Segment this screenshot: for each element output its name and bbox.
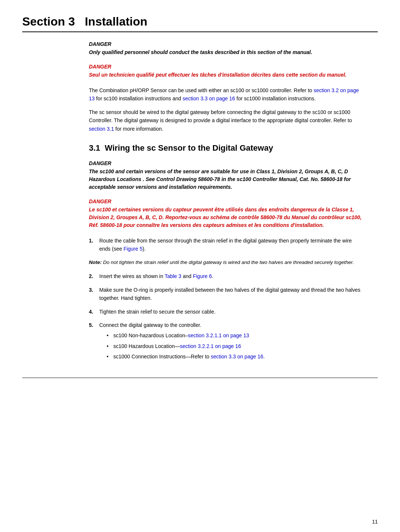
link-section-3-1[interactable]: section 3.1 (89, 126, 114, 132)
page-header: Section 3 Installation (22, 15, 378, 32)
subsection-31-heading: 3.1 Wiring the sc Sensor to the Digital … (89, 143, 363, 153)
danger-text-1: Only qualified personnel should conduct … (89, 48, 363, 56)
bullet-dot-2: • (107, 342, 113, 350)
intro-paragraph-2: The sc sensor should be wired to the dig… (89, 108, 363, 133)
note-label: Note: (89, 260, 102, 265)
step-2-num: 2. (89, 272, 99, 280)
wiring-danger-text-1: The sc100 and certain versions of the se… (89, 168, 363, 191)
bullet-text-1: sc100 Non-hazardous Location–section 3.2… (113, 331, 249, 339)
page: Section 3 Installation DANGER Only quali… (0, 0, 400, 403)
wiring-danger-block-2: DANGER Le sc100 et certaines versions du… (89, 198, 363, 229)
section-title: Installation (85, 15, 147, 28)
page-title: Section 3 Installation (22, 15, 147, 28)
subsection-31-title: Wiring the sc Sensor to the Digital Gate… (105, 143, 273, 153)
note-1: Note: Do not tighten the strain relief u… (89, 258, 363, 267)
step-4-content: Tighten the strain relief to secure the … (99, 308, 363, 316)
bullet-dot-3: • (107, 352, 113, 361)
note-content: Do not tighten the strain relief until t… (103, 260, 354, 265)
section-number: Section 3 (22, 15, 75, 28)
step-1-num: 1. (89, 237, 99, 253)
wiring-danger-label-1: DANGER (89, 160, 363, 166)
link-section-3211[interactable]: section 3.2.1.1 on page 13 (188, 332, 249, 338)
main-content: DANGER Only qualified personnel should c… (22, 41, 378, 363)
danger-block-1: DANGER Only qualified personnel should c… (89, 41, 363, 56)
danger-block-2: DANGER Seul un technicien qualifié peut … (89, 64, 363, 79)
subsection-31-number: 3.1 (89, 143, 100, 153)
step-2: 2. Insert the wires as shown in Table 3 … (89, 272, 363, 280)
step-1: 1. Route the cable from the sensor throu… (89, 237, 363, 253)
step-2-content: Insert the wires as shown in Table 3 and… (99, 272, 363, 280)
page-footer: 11 (372, 519, 378, 525)
bullet-item-1: • sc100 Non-hazardous Location–section 3… (107, 331, 363, 339)
danger-label-2: DANGER (89, 64, 363, 70)
bullet-item-3: • sc1000 Connection Instructions—Refer t… (107, 352, 363, 361)
link-figure-5[interactable]: Figure 5 (123, 246, 142, 252)
link-section-3221[interactable]: section 3.2.2.1 on page 16 (180, 343, 241, 349)
step-5-num: 5. (89, 321, 99, 363)
wiring-danger-text-2: Le sc100 et certaines versions du capteu… (89, 206, 363, 229)
step-4: 4. Tighten the strain relief to secure t… (89, 308, 363, 316)
numbered-steps-list: 1. Route the cable from the sensor throu… (89, 237, 363, 253)
step-1-content: Route the cable from the sensor through … (99, 237, 363, 253)
intro-paragraph-1: The Combination pH/ORP Sensor can be use… (89, 86, 363, 103)
bullet-dot-1: • (107, 331, 113, 339)
step-5-content: Connect the digital gateway to the contr… (99, 321, 363, 363)
danger-label-1: DANGER (89, 41, 363, 47)
link-section-3-3-p16[interactable]: section 3.3 on page 16 (183, 96, 235, 101)
step-4-num: 4. (89, 308, 99, 316)
wiring-danger-block-1: DANGER The sc100 and certain versions of… (89, 160, 363, 191)
step-3: 3. Make sure the O-ring is properly inst… (89, 286, 363, 302)
link-table-3[interactable]: Table 3 (164, 273, 181, 279)
footer-rule (22, 378, 378, 378)
link-figure-6[interactable]: Figure 6 (193, 273, 212, 279)
bullet-list: • sc100 Non-hazardous Location–section 3… (107, 331, 363, 361)
link-section-33[interactable]: section 3.3 on page 16 (211, 354, 263, 359)
numbered-steps-list-2: 2. Insert the wires as shown in Table 3 … (89, 272, 363, 363)
danger-text-2: Seul un technicien qualifié peut effectu… (89, 71, 363, 79)
step-3-content: Make sure the O-ring is properly install… (99, 286, 363, 302)
page-number: 11 (372, 519, 378, 525)
bullet-text-2: sc100 Hazardous Location—section 3.2.2.1… (113, 342, 241, 350)
step-5: 5. Connect the digital gateway to the co… (89, 321, 363, 363)
bullet-text-3: sc1000 Connection Instructions—Refer to … (113, 352, 265, 361)
wiring-danger-label-2: DANGER (89, 198, 363, 204)
step-3-num: 3. (89, 286, 99, 302)
bullet-item-2: • sc100 Hazardous Location—section 3.2.2… (107, 342, 363, 350)
